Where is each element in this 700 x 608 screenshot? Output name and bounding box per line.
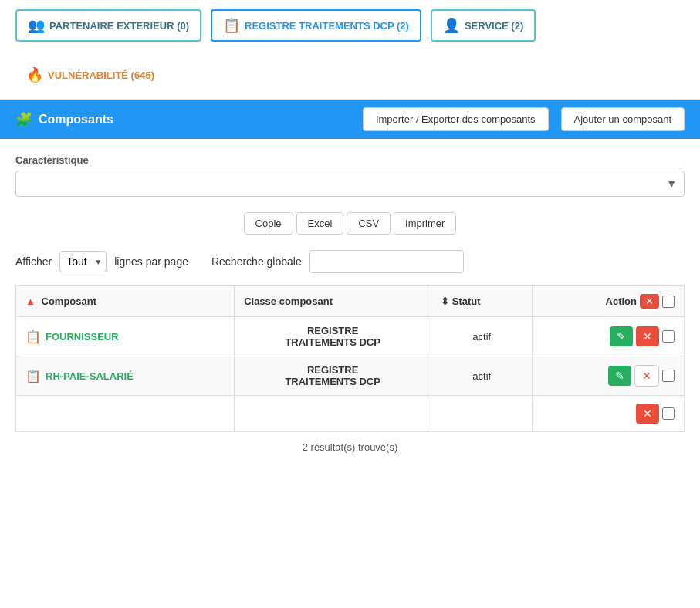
recherche-globale-label: Recherche globale — [211, 255, 302, 268]
select-fournisseur-checkbox[interactable] — [662, 330, 675, 343]
delete-rh-paie-button[interactable]: ✕ — [634, 365, 659, 387]
caracteristique-label: Caractéristique — [15, 154, 685, 166]
td-action-1: ✎ ✕ — [533, 317, 685, 356]
section-title-text: Composants — [39, 113, 113, 127]
nav-partenaire-exterieur[interactable]: 👥 PARTENAIRE EXTERIEUR (0) — [15, 9, 201, 42]
nav-service[interactable]: 👤 SERVICE (2) — [431, 9, 536, 42]
edit-fournisseur-button[interactable]: ✎ — [610, 326, 633, 346]
delete-empty-button[interactable]: ✕ — [636, 404, 659, 424]
service-label: SERVICE (2) — [465, 20, 523, 32]
td-composant-2: 📋 RH-PAIE-SALARIÉ — [16, 356, 235, 396]
td-classe-2: REGISTRETRAITEMENTS DCP — [235, 356, 431, 396]
afficher-select-wrapper: Tout 10 25 50 — [59, 251, 107, 272]
edit-rh-paie-button[interactable]: ✎ — [608, 366, 631, 386]
select-empty-checkbox[interactable] — [662, 407, 675, 420]
action-cell-1: ✎ ✕ — [542, 326, 675, 346]
th-statut[interactable]: ⇕ Statut — [431, 286, 533, 317]
statut-1-label: actif — [472, 331, 491, 343]
main-content: Caractéristique ▼ Copie Excel CSV Imprim… — [0, 139, 700, 468]
classe-1-label: REGISTRETRAITEMENTS DCP — [285, 325, 380, 348]
th-composant-label: Composant — [42, 296, 97, 307]
fournisseur-label: FOURNISSEUR — [46, 331, 119, 343]
afficher-label: Afficher — [15, 255, 52, 268]
afficher-select[interactable]: Tout 10 25 50 — [59, 251, 107, 272]
sort-statut-icon: ⇕ — [441, 296, 452, 307]
rh-paie-icon: 📋 — [25, 369, 41, 383]
table-header-row: ▲ Composant Classe composant ⇕ Statut Ac… — [16, 286, 685, 317]
action-cell-empty: ✕ — [542, 404, 675, 424]
vuln-icon: 🔥 — [26, 66, 43, 83]
sort-composant-icon: ▲ — [25, 296, 36, 307]
result-count: 2 résultat(s) trouvé(s) — [15, 441, 685, 453]
td-empty-action: ✕ — [533, 396, 685, 432]
filter-row: Afficher Tout 10 25 50 lignes par page R… — [15, 250, 685, 273]
td-action-2: ✎ ✕ — [533, 356, 685, 396]
td-statut-1: actif — [431, 317, 533, 356]
th-statut-label: Statut — [452, 296, 481, 307]
imprimer-button[interactable]: Imprimer — [394, 212, 456, 235]
td-composant-1: 📋 FOURNISSEUR — [16, 317, 235, 356]
composants-icon: 🧩 — [15, 111, 32, 128]
fournisseur-icon: 📋 — [25, 329, 41, 344]
th-classe-label: Classe composant — [244, 296, 333, 307]
result-count-text: 2 résultat(s) trouvé(s) — [303, 441, 398, 453]
table-row: 📋 FOURNISSEUR REGISTRETRAITEMENTS DCP ac… — [16, 317, 685, 356]
nav-registre-traitements[interactable]: 📋 REGISTRE TRAITEMENTS DCP (2) — [211, 9, 421, 42]
td-empty-1 — [16, 396, 235, 432]
td-classe-1: REGISTRETRAITEMENTS DCP — [235, 317, 431, 356]
delete-fournisseur-button[interactable]: ✕ — [636, 326, 659, 346]
caracteristique-select-wrapper: ▼ — [15, 171, 685, 197]
section-title: 🧩 Composants — [15, 111, 350, 128]
td-empty-3 — [431, 396, 533, 432]
composant-fournisseur-link[interactable]: 📋 FOURNISSEUR — [25, 329, 225, 344]
caracteristique-field: Caractéristique ▼ — [15, 154, 685, 197]
statut-2-label: actif — [472, 370, 491, 382]
registre-icon: 📋 — [223, 17, 240, 34]
registre-label: REGISTRE TRAITEMENTS DCP (2) — [245, 20, 409, 32]
export-buttons-group: Copie Excel CSV Imprimer — [15, 212, 685, 235]
th-composant[interactable]: ▲ Composant — [16, 286, 235, 317]
import-export-button[interactable]: Importer / Exporter des composants — [363, 107, 549, 131]
th-action: Action ✕ — [533, 286, 685, 317]
section-header: 🧩 Composants Importer / Exporter des com… — [0, 100, 700, 139]
td-statut-2: actif — [431, 356, 533, 396]
table-row-empty: ✕ — [16, 396, 685, 432]
caracteristique-select[interactable] — [15, 171, 685, 197]
th-classe: Classe composant — [235, 286, 431, 317]
composants-table: ▲ Composant Classe composant ⇕ Statut Ac… — [15, 285, 685, 432]
service-icon: 👤 — [443, 17, 460, 34]
classe-2-label: REGISTRETRAITEMENTS DCP — [285, 364, 380, 387]
csv-button[interactable]: CSV — [347, 212, 391, 235]
action-header-group: Action ✕ — [542, 294, 675, 309]
action-delete-all-button[interactable]: ✕ — [640, 294, 659, 309]
action-cell-2: ✎ ✕ — [542, 365, 675, 387]
composant-rh-paie-link[interactable]: 📋 RH-PAIE-SALARIÉ — [25, 369, 225, 383]
th-action-label: Action — [606, 296, 637, 307]
add-composant-button[interactable]: Ajouter un composant — [561, 107, 685, 131]
nav-vulnerabilite[interactable]: 🔥 VULNÉRABILITÉ (645) — [15, 60, 165, 90]
partenaire-label: PARTENAIRE EXTERIEUR (0) — [49, 20, 189, 32]
copie-button[interactable]: Copie — [244, 212, 293, 235]
lignes-par-page-label: lignes par page — [114, 255, 188, 268]
top-navigation: 👥 PARTENAIRE EXTERIEUR (0) 📋 REGISTRE TR… — [0, 0, 700, 100]
select-rh-paie-checkbox[interactable] — [662, 370, 675, 382]
recherche-globale-input[interactable] — [309, 250, 464, 273]
select-all-checkbox[interactable] — [662, 296, 675, 308]
excel-button[interactable]: Excel — [296, 212, 344, 235]
table-row: 📋 RH-PAIE-SALARIÉ REGISTRETRAITEMENTS DC… — [16, 356, 685, 396]
vuln-label: VULNÉRABILITÉ (645) — [48, 69, 154, 81]
rh-paie-label: RH-PAIE-SALARIÉ — [46, 370, 134, 382]
partenaire-icon: 👥 — [28, 17, 45, 34]
td-empty-2 — [235, 396, 431, 432]
